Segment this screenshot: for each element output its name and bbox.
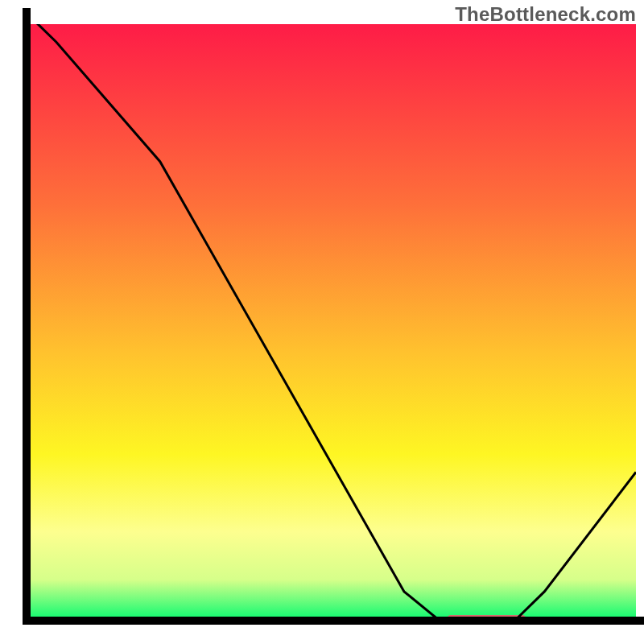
watermark-text: TheBottleneck.com (455, 3, 636, 26)
bottleneck-chart: TheBottleneck.com (0, 0, 644, 644)
chart-svg (0, 0, 644, 644)
